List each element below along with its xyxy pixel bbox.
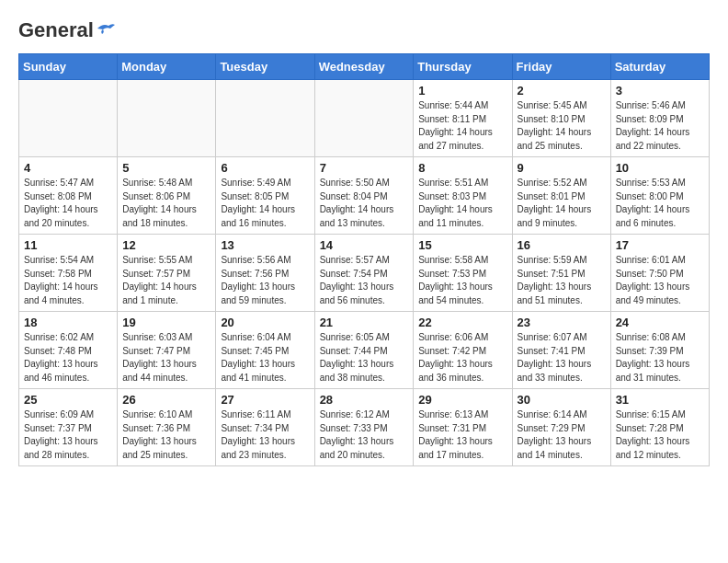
logo-text-general: General — [18, 18, 94, 42]
day-info: Sunrise: 5:50 AM Sunset: 8:04 PM Dayligh… — [320, 177, 409, 230]
calendar-cell: 14Sunrise: 5:57 AM Sunset: 7:54 PM Dayli… — [314, 235, 414, 312]
calendar-cell: 21Sunrise: 6:05 AM Sunset: 7:44 PM Dayli… — [314, 312, 414, 389]
calendar-cell: 12Sunrise: 5:55 AM Sunset: 7:57 PM Dayli… — [118, 235, 216, 312]
day-info: Sunrise: 5:48 AM Sunset: 8:06 PM Dayligh… — [122, 177, 210, 230]
day-info: Sunrise: 5:46 AM Sunset: 8:09 PM Dayligh… — [616, 99, 704, 153]
calendar-cell — [314, 80, 414, 157]
calendar-table: SundayMondayTuesdayWednesdayThursdayFrid… — [18, 53, 710, 466]
day-number: 23 — [518, 316, 606, 329]
day-number: 21 — [320, 316, 409, 329]
calendar-cell: 16Sunrise: 5:59 AM Sunset: 7:51 PM Dayli… — [512, 235, 610, 312]
calendar-cell: 25Sunrise: 6:09 AM Sunset: 7:37 PM Dayli… — [19, 389, 118, 466]
day-info: Sunrise: 6:09 AM Sunset: 7:37 PM Dayligh… — [24, 408, 112, 462]
calendar-cell: 18Sunrise: 6:02 AM Sunset: 7:48 PM Dayli… — [19, 312, 118, 389]
logo: General — [18, 18, 116, 39]
calendar-cell: 31Sunrise: 6:15 AM Sunset: 7:28 PM Dayli… — [610, 389, 709, 466]
day-number: 5 — [122, 161, 210, 175]
day-info: Sunrise: 5:58 AM Sunset: 7:53 PM Dayligh… — [418, 254, 506, 307]
day-number: 27 — [221, 393, 309, 407]
calendar-cell: 3Sunrise: 5:46 AM Sunset: 8:09 PM Daylig… — [610, 80, 709, 157]
day-number: 29 — [418, 393, 506, 407]
day-number: 30 — [518, 393, 606, 407]
day-info: Sunrise: 6:02 AM Sunset: 7:48 PM Dayligh… — [24, 331, 112, 385]
calendar-cell: 1Sunrise: 5:44 AM Sunset: 8:11 PM Daylig… — [414, 80, 512, 157]
day-info: Sunrise: 5:47 AM Sunset: 8:08 PM Dayligh… — [24, 177, 112, 230]
calendar-cell: 29Sunrise: 6:13 AM Sunset: 7:31 PM Dayli… — [414, 389, 512, 466]
calendar-cell: 20Sunrise: 6:04 AM Sunset: 7:45 PM Dayli… — [216, 312, 314, 389]
calendar-cell — [19, 80, 118, 157]
day-info: Sunrise: 5:56 AM Sunset: 7:56 PM Dayligh… — [221, 254, 309, 307]
week-row-3: 11Sunrise: 5:54 AM Sunset: 7:58 PM Dayli… — [19, 235, 710, 312]
day-info: Sunrise: 6:07 AM Sunset: 7:41 PM Dayligh… — [518, 331, 606, 385]
day-info: Sunrise: 6:14 AM Sunset: 7:29 PM Dayligh… — [518, 408, 606, 462]
calendar-cell: 26Sunrise: 6:10 AM Sunset: 7:36 PM Dayli… — [118, 389, 216, 466]
day-number: 24 — [616, 316, 704, 329]
col-header-wednesday: Wednesday — [314, 54, 414, 80]
col-header-saturday: Saturday — [610, 54, 709, 80]
day-number: 26 — [122, 393, 210, 407]
calendar-cell: 7Sunrise: 5:50 AM Sunset: 8:04 PM Daylig… — [314, 157, 414, 235]
calendar-cell: 6Sunrise: 5:49 AM Sunset: 8:05 PM Daylig… — [216, 157, 314, 235]
calendar-cell: 8Sunrise: 5:51 AM Sunset: 8:03 PM Daylig… — [414, 157, 512, 235]
day-number: 18 — [24, 316, 112, 329]
day-number: 28 — [320, 393, 409, 407]
day-number: 13 — [221, 238, 309, 252]
day-info: Sunrise: 5:59 AM Sunset: 7:51 PM Dayligh… — [518, 254, 606, 307]
calendar-cell: 17Sunrise: 6:01 AM Sunset: 7:50 PM Dayli… — [610, 235, 709, 312]
day-info: Sunrise: 6:06 AM Sunset: 7:42 PM Dayligh… — [418, 331, 506, 385]
calendar-cell: 10Sunrise: 5:53 AM Sunset: 8:00 PM Dayli… — [610, 157, 709, 235]
day-number: 17 — [616, 238, 704, 252]
week-row-5: 25Sunrise: 6:09 AM Sunset: 7:37 PM Dayli… — [19, 389, 710, 466]
day-info: Sunrise: 6:12 AM Sunset: 7:33 PM Dayligh… — [320, 408, 409, 462]
day-info: Sunrise: 6:08 AM Sunset: 7:39 PM Dayligh… — [616, 331, 704, 385]
day-info: Sunrise: 5:44 AM Sunset: 8:11 PM Dayligh… — [418, 99, 506, 153]
day-number: 31 — [616, 393, 704, 407]
day-info: Sunrise: 5:55 AM Sunset: 7:57 PM Dayligh… — [122, 254, 210, 307]
day-number: 11 — [24, 238, 112, 252]
week-row-2: 4Sunrise: 5:47 AM Sunset: 8:08 PM Daylig… — [19, 157, 710, 235]
day-number: 12 — [122, 238, 210, 252]
day-info: Sunrise: 6:13 AM Sunset: 7:31 PM Dayligh… — [418, 408, 506, 462]
day-number: 10 — [616, 161, 704, 175]
calendar-cell: 30Sunrise: 6:14 AM Sunset: 7:29 PM Dayli… — [512, 389, 610, 466]
day-number: 20 — [221, 316, 309, 329]
calendar-cell: 27Sunrise: 6:11 AM Sunset: 7:34 PM Dayli… — [216, 389, 314, 466]
day-number: 9 — [518, 161, 606, 175]
calendar-cell — [118, 80, 216, 157]
calendar-cell: 22Sunrise: 6:06 AM Sunset: 7:42 PM Dayli… — [414, 312, 512, 389]
day-number: 6 — [221, 161, 309, 175]
col-header-tuesday: Tuesday — [216, 54, 314, 80]
logo-bird-icon — [96, 21, 116, 36]
day-info: Sunrise: 5:45 AM Sunset: 8:10 PM Dayligh… — [518, 99, 606, 153]
calendar-cell: 28Sunrise: 6:12 AM Sunset: 7:33 PM Dayli… — [314, 389, 414, 466]
day-info: Sunrise: 6:03 AM Sunset: 7:47 PM Dayligh… — [122, 331, 210, 385]
col-header-sunday: Sunday — [19, 54, 118, 80]
day-info: Sunrise: 5:51 AM Sunset: 8:03 PM Dayligh… — [418, 177, 506, 230]
day-number: 4 — [24, 161, 112, 175]
day-info: Sunrise: 6:15 AM Sunset: 7:28 PM Dayligh… — [616, 408, 704, 462]
day-number: 16 — [518, 238, 606, 252]
col-header-monday: Monday — [118, 54, 216, 80]
day-info: Sunrise: 6:01 AM Sunset: 7:50 PM Dayligh… — [616, 254, 704, 307]
week-row-4: 18Sunrise: 6:02 AM Sunset: 7:48 PM Dayli… — [19, 312, 710, 389]
calendar-cell: 15Sunrise: 5:58 AM Sunset: 7:53 PM Dayli… — [414, 235, 512, 312]
day-number: 14 — [320, 238, 409, 252]
day-number: 19 — [122, 316, 210, 329]
day-info: Sunrise: 6:04 AM Sunset: 7:45 PM Dayligh… — [221, 331, 309, 385]
day-number: 1 — [418, 84, 506, 98]
week-row-1: 1Sunrise: 5:44 AM Sunset: 8:11 PM Daylig… — [19, 80, 710, 157]
col-header-friday: Friday — [512, 54, 610, 80]
day-info: Sunrise: 5:54 AM Sunset: 7:58 PM Dayligh… — [24, 254, 112, 307]
day-info: Sunrise: 6:11 AM Sunset: 7:34 PM Dayligh… — [221, 408, 309, 462]
calendar-cell: 11Sunrise: 5:54 AM Sunset: 7:58 PM Dayli… — [19, 235, 118, 312]
page-header: General — [18, 18, 710, 39]
day-number: 2 — [518, 84, 606, 98]
day-info: Sunrise: 5:57 AM Sunset: 7:54 PM Dayligh… — [320, 254, 409, 307]
day-info: Sunrise: 5:53 AM Sunset: 8:00 PM Dayligh… — [616, 177, 704, 230]
day-number: 25 — [24, 393, 112, 407]
day-info: Sunrise: 5:49 AM Sunset: 8:05 PM Dayligh… — [221, 177, 309, 230]
day-info: Sunrise: 6:05 AM Sunset: 7:44 PM Dayligh… — [320, 331, 409, 385]
calendar-cell: 9Sunrise: 5:52 AM Sunset: 8:01 PM Daylig… — [512, 157, 610, 235]
day-number: 3 — [616, 84, 704, 98]
day-info: Sunrise: 5:52 AM Sunset: 8:01 PM Dayligh… — [518, 177, 606, 230]
